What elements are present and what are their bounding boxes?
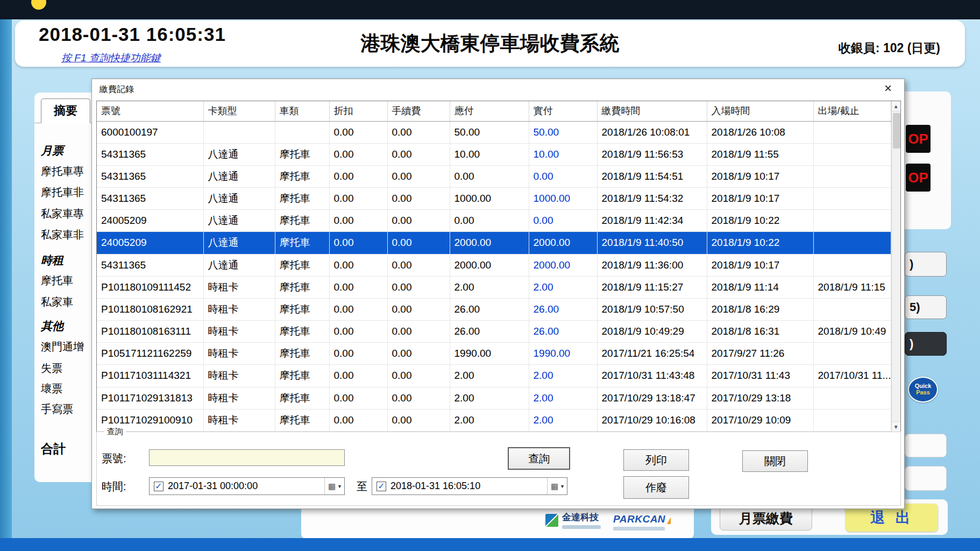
table-cell: 2017/10/31 11:43 bbox=[707, 365, 813, 387]
table-cell: 1990.00 bbox=[450, 343, 529, 365]
scrollbar-thumb[interactable] bbox=[893, 113, 900, 149]
sidebar-item: 澳門通增 bbox=[41, 340, 84, 354]
table-cell bbox=[813, 143, 891, 165]
table-row[interactable]: P101180109111452時租卡摩托車0.000.002.002.0020… bbox=[97, 276, 891, 298]
column-header[interactable]: 實付 bbox=[529, 101, 597, 121]
column-header[interactable]: 入場時間 bbox=[707, 101, 813, 121]
table-cell: 0.00 bbox=[387, 343, 450, 365]
table-row[interactable]: P101180108163111時租卡摩托車0.000.0026.0026.00… bbox=[97, 321, 891, 343]
stop-button[interactable]: OP bbox=[906, 164, 931, 192]
table-cell: 2018/1/9 10:57:50 bbox=[597, 298, 707, 320]
table-cell: 2017/10/31 11:43:48 bbox=[597, 365, 707, 387]
table-row[interactable]: P101180108162921時租卡摩托車0.000.0026.0026.00… bbox=[97, 298, 891, 320]
ticket-number-input[interactable] bbox=[149, 449, 345, 466]
sidebar-item: 月票 bbox=[41, 143, 63, 158]
column-header[interactable]: 繳費時間 bbox=[597, 101, 707, 121]
table-cell: 0.00 bbox=[387, 232, 450, 254]
table-cell: 2018/1/9 11:56:53 bbox=[597, 143, 707, 165]
table-cell: 2018/1/9 11:54:32 bbox=[597, 188, 707, 210]
table-cell: 24005209 bbox=[97, 210, 203, 232]
table-cell: P101171031114321 bbox=[97, 365, 203, 387]
parkcan-logo-subtext bbox=[613, 527, 665, 531]
tab-summary[interactable]: 摘要 bbox=[41, 98, 90, 123]
date-to-picker[interactable]: ✓ 2018-01-31 16:05:10 ▦ ▼ bbox=[372, 477, 567, 495]
table-cell: P105171121162259 bbox=[97, 343, 203, 365]
date-from-picker[interactable]: ✓ 2017-01-31 00:00:00 ▦ ▼ bbox=[149, 477, 345, 495]
table-row[interactable]: 54311365八達通摩托車0.000.0010.0010.002018/1/9… bbox=[97, 143, 891, 165]
sidebar-item: 摩托車非 bbox=[41, 185, 84, 200]
table-row[interactable]: P101171031114321時租卡摩托車0.000.002.002.0020… bbox=[97, 365, 891, 387]
date-from-checkbox[interactable]: ✓ bbox=[154, 482, 164, 491]
table-cell: 時租卡 bbox=[203, 387, 275, 409]
close-button[interactable]: 關閉 bbox=[742, 450, 808, 472]
cashier-label: 收銀員: 102 (日更) bbox=[839, 40, 940, 56]
table-row[interactable]: 24005209八達通摩托車0.000.002000.002000.002018… bbox=[97, 232, 891, 254]
table-row[interactable]: P101171029100910時租卡摩托車0.000.002.002.0020… bbox=[97, 409, 891, 431]
stop-button[interactable]: OP bbox=[906, 125, 931, 153]
table-cell: 0.00 bbox=[387, 321, 450, 343]
table-cell: 2017/10/31 11... bbox=[813, 365, 891, 387]
column-header[interactable]: 手續費 bbox=[387, 101, 450, 121]
vertical-scrollbar[interactable]: ▲ ▼ bbox=[891, 101, 901, 432]
table-row[interactable]: 24005209八達通摩托車0.000.000.000.002018/1/9 1… bbox=[97, 210, 891, 232]
search-button[interactable]: 查詢 bbox=[508, 447, 570, 470]
time-label: 時間: bbox=[102, 479, 126, 494]
table-cell: P101180108162921 bbox=[97, 298, 203, 320]
sidebar-item: 失票 bbox=[41, 361, 62, 376]
table-cell: P101171029131813 bbox=[97, 387, 203, 409]
table-cell bbox=[813, 298, 891, 320]
table-cell: 1990.00 bbox=[529, 343, 597, 365]
date-to-dropdown[interactable]: ▦ ▼ bbox=[547, 478, 565, 495]
table-cell: 摩托車 bbox=[275, 409, 329, 431]
table-cell: 0.00 bbox=[387, 121, 450, 143]
table-row[interactable]: 54311365八達通摩托車0.000.001000.001000.002018… bbox=[97, 188, 891, 210]
table-cell: 摩托車 bbox=[275, 276, 329, 298]
table-cell: 2018/1/9 10:49 bbox=[813, 321, 891, 343]
partial-count-button[interactable]: 5) bbox=[905, 295, 947, 319]
table-cell: 2017/10/29 10:09 bbox=[707, 409, 813, 431]
void-button[interactable]: 作廢 bbox=[623, 476, 689, 499]
table-row[interactable]: 54311365八達通摩托車0.000.000.000.002018/1/9 1… bbox=[97, 165, 891, 187]
sidebar-item: 時租 bbox=[41, 253, 63, 268]
table-cell: 0.00 bbox=[329, 409, 387, 431]
table-cell: 0.00 bbox=[329, 298, 387, 320]
table-cell: 2018/1/9 10:17 bbox=[707, 165, 813, 187]
table-cell: 2018/1/9 11:42:34 bbox=[597, 210, 707, 232]
table-cell: 2.00 bbox=[529, 387, 597, 409]
table-cell: 50.00 bbox=[450, 121, 529, 143]
column-header[interactable]: 票號 bbox=[97, 101, 203, 121]
table-cell bbox=[813, 165, 891, 187]
scroll-up-icon[interactable]: ▲ bbox=[892, 101, 901, 111]
close-icon[interactable]: × bbox=[880, 81, 896, 96]
table-cell: 0.00 bbox=[329, 343, 387, 365]
print-button[interactable]: 列印 bbox=[623, 449, 689, 471]
dialog-titlebar[interactable]: 繳費記錄 × bbox=[92, 79, 904, 98]
table-cell: 2018/1/9 10:49:29 bbox=[597, 321, 707, 343]
table-row[interactable]: P101171029131813時租卡摩托車0.000.002.002.0020… bbox=[97, 387, 891, 409]
column-header[interactable]: 卡類型 bbox=[203, 101, 275, 121]
partial-count-button-dark[interactable]: ) bbox=[905, 332, 947, 356]
table-row[interactable]: 54311365八達通摩托車0.000.002000.002000.002018… bbox=[97, 254, 891, 276]
table-row[interactable]: P105171121162259時租卡摩托車0.000.001990.00199… bbox=[97, 343, 891, 365]
chevron-down-icon: ▼ bbox=[560, 484, 565, 489]
column-header[interactable]: 折扣 bbox=[329, 101, 387, 121]
table-cell: 摩托車 bbox=[275, 254, 329, 276]
monthly-ticket-payment-button[interactable]: 月票繳費 bbox=[720, 506, 812, 531]
table-cell: 摩托車 bbox=[275, 298, 329, 320]
scroll-down-icon[interactable]: ▼ bbox=[892, 421, 901, 432]
column-header[interactable]: 出場/截止 bbox=[813, 101, 891, 121]
records-table-container: 票號卡類型車類折扣手續費應付實付繳費時間入場時間出場/截止 6000100197… bbox=[96, 101, 901, 432]
column-header[interactable]: 應付 bbox=[450, 101, 529, 121]
date-to-checkbox[interactable]: ✓ bbox=[377, 482, 386, 491]
table-row[interactable]: 60001001970.000.0050.0050.002018/1/26 10… bbox=[97, 121, 891, 143]
table-cell: 2.00 bbox=[450, 365, 529, 387]
table-cell: 2000.00 bbox=[529, 232, 597, 254]
partial-button[interactable] bbox=[905, 466, 947, 491]
date-from-dropdown[interactable]: ▦ ▼ bbox=[324, 478, 342, 495]
partial-button[interactable] bbox=[905, 434, 947, 457]
partial-count-button[interactable]: ) bbox=[905, 252, 947, 277]
parkcan-logo-wedge-icon bbox=[667, 517, 671, 524]
column-header[interactable]: 車類 bbox=[275, 101, 329, 121]
table-cell: 摩托車 bbox=[275, 321, 329, 343]
table-cell: 0.00 bbox=[387, 409, 450, 431]
